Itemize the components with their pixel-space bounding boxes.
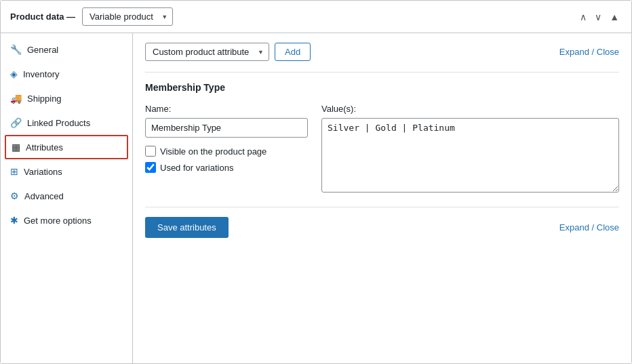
sidebar-item-linked-products[interactable]: 🔗 Linked Products: [1, 110, 132, 135]
variations-icon: ⊞: [10, 166, 18, 177]
visible-checkbox[interactable]: [145, 146, 156, 157]
attr-fields-row: Name: Visible on the product page Used f…: [145, 104, 619, 195]
add-attribute-button[interactable]: Add: [275, 43, 311, 61]
values-label: Value(s):: [321, 104, 619, 114]
attr-selector-row: Custom product attribute Add Expand / Cl…: [145, 43, 619, 61]
checkboxes-col: Visible on the product page Used for var…: [145, 143, 308, 173]
sidebar-item-get-more-options[interactable]: ✱ Get more options: [1, 208, 132, 232]
sidebar-label-linked-products: Linked Products: [27, 118, 90, 128]
product-type-wrapper: Variable product: [82, 7, 173, 26]
sidebar-label-general: General: [27, 45, 58, 55]
wrench-icon: 🔧: [10, 44, 22, 55]
variations-checkbox[interactable]: [145, 162, 156, 173]
attributes-icon: ▦: [12, 142, 20, 153]
sidebar-item-advanced[interactable]: ⚙ Advanced: [1, 184, 132, 208]
sidebar-item-general[interactable]: 🔧 General: [1, 37, 132, 62]
sidebar-label-variations: Variations: [24, 167, 62, 177]
header-left: Product data — Variable product: [10, 7, 173, 26]
content-area: Custom product attribute Add Expand / Cl…: [133, 33, 631, 363]
product-data-label: Product data —: [10, 12, 75, 22]
visible-label[interactable]: Visible on the product page: [160, 146, 266, 157]
values-textarea[interactable]: Silver | Gold | Platinum: [321, 118, 619, 193]
inventory-icon: ◈: [10, 68, 18, 79]
sidebar-item-variations[interactable]: ⊞ Variations: [1, 159, 132, 184]
sidebar-item-inventory[interactable]: ◈ Inventory: [1, 62, 132, 86]
product-data-panel: Product data — Variable product ∧ ∨ ▲ 🔧 …: [0, 0, 632, 364]
expand-close-top-link[interactable]: Expand / Close: [559, 47, 619, 57]
variations-checkbox-row: Used for variations: [145, 162, 308, 173]
sidebar-label-attributes: Attributes: [26, 142, 63, 153]
shipping-icon: 🚚: [10, 93, 22, 104]
name-input[interactable]: [145, 118, 308, 138]
visible-checkbox-row: Visible on the product page: [145, 146, 308, 157]
name-field-group: Name:: [145, 104, 308, 138]
product-type-select[interactable]: Variable product: [82, 7, 173, 26]
sidebar-label-advanced: Advanced: [24, 191, 64, 201]
attr-select-wrapper: Custom product attribute: [145, 43, 269, 61]
membership-title: Membership Type: [145, 82, 619, 93]
product-data-header: Product data — Variable product ∧ ∨ ▲: [1, 1, 631, 33]
sidebar-label-get-more-options: Get more options: [24, 216, 92, 226]
values-col: Value(s): Silver | Gold | Platinum: [321, 104, 619, 195]
sidebar-label-inventory: Inventory: [23, 69, 59, 79]
variations-label[interactable]: Used for variations: [160, 163, 233, 173]
arrow-expand-button[interactable]: ▲: [607, 10, 622, 24]
attr-type-select[interactable]: Custom product attribute: [145, 43, 269, 61]
sidebar-label-shipping: Shipping: [27, 94, 62, 104]
sidebar-item-shipping[interactable]: 🚚 Shipping: [1, 86, 132, 110]
link-icon: 🔗: [10, 117, 22, 128]
advanced-icon: ⚙: [10, 190, 19, 201]
arrow-up-button[interactable]: ∧: [577, 10, 589, 24]
membership-section: Membership Type Name: Visible on the pro…: [145, 72, 619, 238]
sidebar-item-attributes[interactable]: ▦ Attributes: [5, 135, 128, 159]
name-checkboxes-col: Name: Visible on the product page Used f…: [145, 104, 308, 173]
star-icon: ✱: [10, 215, 18, 226]
attr-selector-left: Custom product attribute Add: [145, 43, 311, 61]
arrow-down-button[interactable]: ∨: [592, 10, 604, 24]
name-label: Name:: [145, 104, 308, 114]
expand-close-bottom-link[interactable]: Expand / Close: [559, 222, 619, 232]
save-attributes-button[interactable]: Save attributes: [145, 217, 229, 238]
sidebar: 🔧 General ◈ Inventory 🚚 Shipping 🔗 Linke…: [1, 33, 133, 363]
header-arrows: ∧ ∨ ▲: [577, 10, 622, 24]
main-layout: 🔧 General ◈ Inventory 🚚 Shipping 🔗 Linke…: [1, 33, 631, 363]
save-row: Save attributes Expand / Close: [145, 207, 619, 238]
